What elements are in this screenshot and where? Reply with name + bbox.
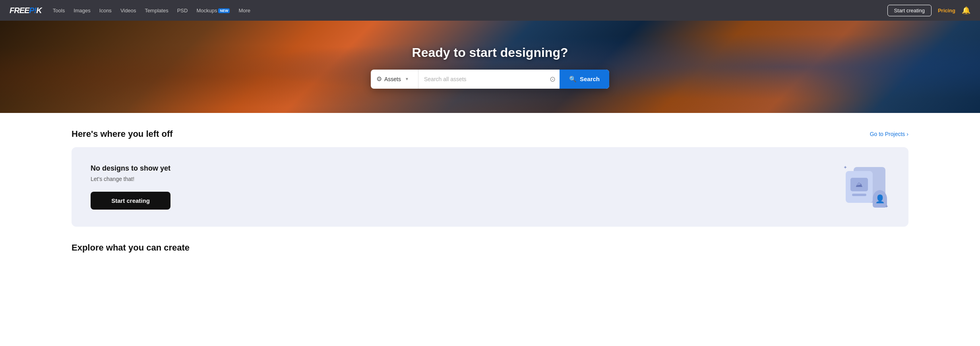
go-to-projects-link[interactable]: Go to Projects › [870, 131, 908, 137]
mountain-icon: ⛰ [856, 181, 863, 189]
notification-bell-icon[interactable]: 🔔 [962, 6, 970, 15]
nav-links: Tools Images Icons Videos Templates PSD … [53, 8, 250, 14]
search-button[interactable]: 🔍 Search [560, 70, 609, 89]
visual-search-icon[interactable]: ⊙ [546, 75, 560, 84]
sparkle-icon-1: ✦ [843, 165, 847, 170]
search-icon: 🔍 [569, 76, 577, 83]
nav-images[interactable]: Images [74, 8, 91, 14]
search-input[interactable] [418, 76, 546, 82]
search-bar: ⚙ Assets ▼ ⊙ 🔍 Search [371, 70, 609, 89]
illus-text-line-1 [852, 194, 866, 196]
assets-icon: ⚙ [376, 75, 382, 83]
illus-image-placeholder: ⛰ [850, 178, 868, 191]
bottom-section: Explore what you can create [72, 243, 908, 253]
empty-projects-card: No designs to show yet Let's change that… [72, 147, 908, 227]
sparkle-icon-2: ✦ [885, 204, 889, 209]
nav-psd[interactable]: PSD [177, 8, 188, 14]
logo: FREEP!K [10, 6, 42, 15]
nav-templates[interactable]: Templates [145, 8, 168, 14]
empty-card-title: No designs to show yet [91, 164, 170, 173]
projects-section-header: Here's where you left off Go to Projects… [72, 129, 908, 139]
projects-section-title: Here's where you left off [72, 129, 173, 139]
bottom-section-title: Explore what you can create [72, 243, 908, 253]
chevron-down-icon: ▼ [405, 77, 409, 81]
empty-card-text: No designs to show yet Let's change that… [91, 164, 170, 210]
nav-mockups[interactable]: MockupsNEW [196, 8, 230, 14]
search-category-dropdown[interactable]: ⚙ Assets ▼ [371, 70, 418, 89]
mockups-badge: NEW [218, 8, 230, 13]
hero-content: Ready to start designing? ⚙ Assets ▼ ⊙ 🔍… [0, 45, 980, 89]
navigation: FREEP!K Tools Images Icons Videos Templa… [0, 0, 980, 21]
nav-more[interactable]: More [238, 8, 250, 14]
hero-section: Ready to start designing? ⚙ Assets ▼ ⊙ 🔍… [0, 21, 980, 113]
start-creating-button[interactable]: Start creating [91, 192, 170, 210]
nav-pricing-link[interactable]: Pricing [938, 8, 955, 14]
nav-tools[interactable]: Tools [53, 8, 65, 14]
illus-front-card: ⛰ [846, 171, 873, 203]
empty-card-subtitle: Let's change that! [91, 176, 170, 182]
nav-videos[interactable]: Videos [120, 8, 136, 14]
nav-start-creating-button[interactable]: Start creating [887, 5, 932, 16]
nav-icons[interactable]: Icons [99, 8, 112, 14]
hero-title: Ready to start designing? [0, 45, 980, 60]
main-content: Here's where you left off Go to Projects… [0, 113, 980, 277]
empty-state-illustration: ✦ ⛰ 👤 ✦ [842, 163, 889, 211]
category-label: Assets [384, 76, 401, 82]
nav-right: Start creating Pricing 🔔 [887, 5, 970, 16]
chevron-right-icon: › [906, 131, 908, 137]
